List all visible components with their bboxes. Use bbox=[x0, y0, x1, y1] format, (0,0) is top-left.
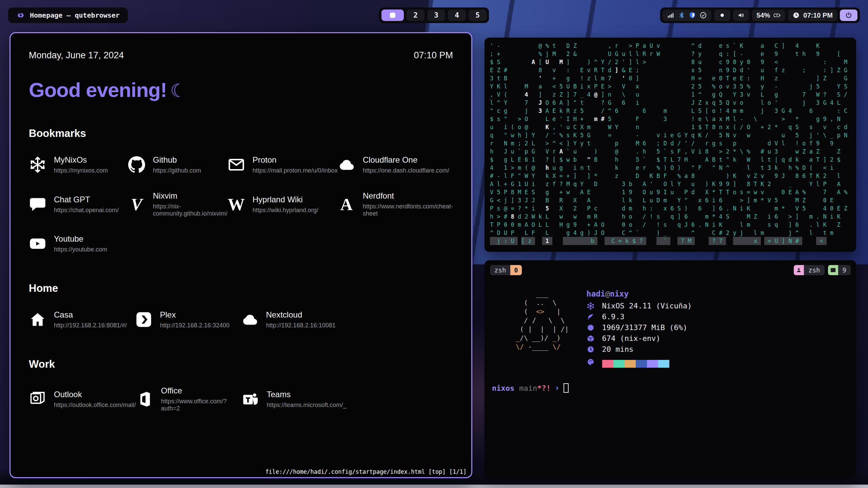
bookmark-link[interactable]: Nextcloudhttp://192.168.2.16:10081 bbox=[241, 310, 347, 329]
memory-icon bbox=[587, 324, 595, 332]
power-button[interactable] bbox=[840, 9, 857, 21]
bookmark-link[interactable]: Protonhttps://mail.proton.me/u/0/inbox bbox=[228, 155, 338, 174]
bookmark-link[interactable]: Outlookhttps://outlook.office.com/mail/ bbox=[29, 386, 136, 412]
matrix-bottom-row: j : U [ z 1 b C = k $ ? ` 7 M ? 7 x = U … bbox=[490, 237, 851, 245]
bookmark-link[interactable]: Githubhttps://github.com bbox=[128, 155, 228, 174]
system-tray: 54% 07:10 PM bbox=[660, 7, 860, 23]
moon-icon: ☾ bbox=[170, 80, 186, 101]
signal-icon[interactable] bbox=[667, 12, 674, 19]
section-title: Bookmarks bbox=[29, 127, 453, 140]
cloud-icon bbox=[338, 156, 355, 174]
bookmark-link[interactable]: Youtubehttps://youtube.com bbox=[29, 234, 128, 253]
workspace-button-1[interactable] bbox=[381, 9, 404, 21]
color-swatch-2 bbox=[625, 360, 636, 368]
matrix-row: V 5 P 8 M E S g + w A E 1 9 O u 9 I u P … bbox=[490, 188, 851, 196]
bookmark-grid: MyNixOshttps://mynixos.comGithubhttps://… bbox=[29, 155, 453, 253]
color-swatch-1 bbox=[613, 360, 625, 368]
tray-clock-box[interactable]: 07:10 PM bbox=[788, 9, 837, 21]
fetch-line: 20 mins bbox=[587, 345, 692, 353]
matrix-row: Y K l M a < 5 U B i x P E > V x 2 5 % o … bbox=[490, 82, 851, 90]
matrix-row: " c g j 3 A E k R z 5 / ^ 6 6 m L S [ o … bbox=[490, 107, 851, 115]
cloud-icon bbox=[241, 311, 259, 328]
record-icon bbox=[718, 12, 726, 19]
teams-icon bbox=[242, 390, 259, 408]
matrix-row: # - l F " W Y k X = + ] ] * z D K B F % … bbox=[490, 172, 851, 180]
session-name: zsh bbox=[804, 265, 824, 275]
fetch-line: 674 (nix-env) bbox=[587, 334, 692, 343]
bookmark-link[interactable]: WHyprland Wikihttps://wiki.hyprland.org/ bbox=[228, 191, 338, 217]
workspace-button-2[interactable]: 2 bbox=[407, 9, 425, 21]
bookmark-link[interactable]: Cloudflare Onehttps://one.dash.cloudflar… bbox=[338, 155, 453, 174]
workspaces: 2345 bbox=[379, 7, 489, 23]
workspace-button-3[interactable]: 3 bbox=[427, 9, 445, 21]
bookmark-name: Teams bbox=[267, 390, 347, 399]
session-indicator[interactable]: zsh bbox=[794, 265, 824, 275]
font-icon: A bbox=[338, 196, 355, 213]
workspace-button-4[interactable]: 4 bbox=[448, 9, 466, 21]
qutebrowser-statusbar: file:///home/hadi/.config/startpage/inde… bbox=[265, 468, 467, 475]
house-icon bbox=[29, 311, 46, 328]
matrix-row: 3 t B ' + g ! z l m 7 ' 0 ] H = e 0 T e … bbox=[490, 74, 851, 82]
bookmark-name: MyNixOs bbox=[54, 155, 108, 165]
pane-count-indicator[interactable]: 9 bbox=[828, 265, 851, 275]
terminal-cursor bbox=[564, 383, 569, 393]
bookmark-link[interactable]: Officehttps://www.office.com/?auth=2 bbox=[136, 386, 242, 412]
prompt-git-branch: main bbox=[519, 384, 537, 392]
tray-time: 07:10 PM bbox=[803, 12, 833, 19]
bookmark-grid: Outlookhttps://outlook.office.com/mail/O… bbox=[29, 386, 453, 412]
palette-icon bbox=[587, 358, 595, 366]
shield-icon[interactable] bbox=[689, 12, 696, 19]
section-title: Work bbox=[29, 358, 453, 370]
bookmark-link[interactable]: MyNixOshttps://mynixos.com bbox=[29, 155, 128, 174]
matrix-content: ' - @ % t D Z , r > P a U v ^ d e s ` K … bbox=[490, 42, 851, 245]
mail-icon bbox=[228, 156, 245, 174]
bookmark-name: Nixvim bbox=[153, 191, 228, 201]
workspace-button-5[interactable]: 5 bbox=[469, 9, 487, 21]
terminal-icon bbox=[830, 267, 836, 273]
plex-icon bbox=[135, 311, 153, 328]
fetch-text: 6.9.3 bbox=[602, 312, 625, 321]
tray-volume-box[interactable] bbox=[733, 9, 749, 21]
outlook-icon bbox=[29, 390, 46, 408]
qutebrowser-window[interactable]: Monday, June 17, 2024 07:10 PM Good even… bbox=[9, 32, 472, 478]
tab-zsh[interactable]: zsh 0 bbox=[490, 265, 522, 275]
fetch-text: NixOS 24.11 (Vicuña) bbox=[602, 302, 692, 310]
bookmark-link[interactable]: Plexhttp://192.168.2.16:32400 bbox=[135, 310, 241, 329]
bookmark-link[interactable]: Teamshttps://teams.microsoft.com/_ bbox=[242, 386, 348, 412]
bookmark-link[interactable]: ANerdfonthttps://www.nerdfonts.com/cheat… bbox=[338, 191, 453, 217]
prompt-git-flags: *?! bbox=[537, 384, 551, 392]
bookmark-url: http://192.168.2.16:8081/#/ bbox=[54, 322, 127, 329]
bookmark-url: https://teams.microsoft.com/_ bbox=[267, 402, 347, 409]
bookmark-url: https://one.dash.cloudflare.com/ bbox=[363, 167, 449, 174]
matrix-row: 4 1 > m ( @ h u g i n t k e r % ) O ) " … bbox=[490, 164, 851, 172]
wallpaper-bottom-strip bbox=[0, 485, 868, 488]
packages-icon bbox=[587, 334, 595, 343]
user-icon bbox=[796, 267, 802, 273]
tray-record-box[interactable] bbox=[714, 9, 730, 21]
fastfetch-info: hadi@nixy NixOS 24.11 (Vicuña)6.9.31969/… bbox=[587, 289, 692, 368]
tray-battery-box[interactable]: 54% bbox=[752, 9, 785, 21]
bookmark-name: Proton bbox=[253, 155, 338, 165]
startpage-clock: 07:10 PM bbox=[414, 50, 453, 61]
check-circle-icon[interactable] bbox=[699, 12, 707, 19]
wiki-icon: W bbox=[228, 196, 245, 213]
bookmark-link[interactable]: VNixvimhttps://nix-community.github.io/n… bbox=[128, 191, 228, 217]
matrix-row: q " w h ] Y / ' % s K 5 G = - v i e G Y … bbox=[490, 131, 851, 139]
matrix-row: r N m ; 2 L > ^ < ] Y y t p M 6 ; D d / … bbox=[490, 139, 851, 147]
bookmark-link[interactable]: Chat GPThttps://chat.openai.com/ bbox=[29, 191, 128, 217]
matrix-terminal-window[interactable]: ' - @ % t D Z , r > P a U v ^ d e s ` K … bbox=[485, 38, 856, 252]
color-swatch-3 bbox=[636, 360, 647, 368]
matrix-row: E Z # 8 v : E v R T d ] & E ; x 5 n 9 D … bbox=[490, 66, 851, 74]
bookmark-meta: Githubhttps://github.com bbox=[153, 155, 201, 174]
bluetooth-icon[interactable] bbox=[678, 12, 685, 19]
matrix-row: T P 0 0 m A O L L H g 9 + A O 0 o / ! s … bbox=[490, 221, 851, 229]
bookmark-link[interactable]: Casahttp://192.168.2.16:8081/#/ bbox=[29, 310, 135, 329]
bookmark-name: Outlook bbox=[54, 390, 136, 399]
terminal-color-swatches bbox=[602, 360, 669, 368]
shell-prompt[interactable]: nixos main*?! › bbox=[492, 383, 851, 393]
greeting: Good evening!☾ bbox=[29, 78, 453, 102]
prompt-directory: nixos bbox=[492, 384, 514, 392]
fetch-terminal-window[interactable]: zsh 0 zsh 9 ___ ( .. \ ( <> | / / \ \ ( … bbox=[485, 260, 856, 478]
bookmark-grid: Casahttp://192.168.2.16:8081/#/Plexhttp:… bbox=[29, 310, 453, 329]
greeting-text: Good evening! bbox=[29, 79, 167, 101]
